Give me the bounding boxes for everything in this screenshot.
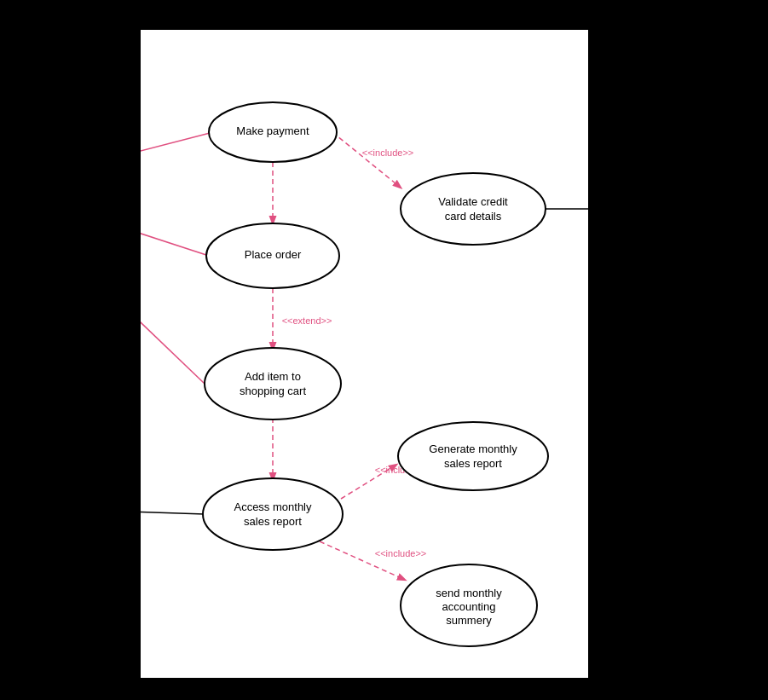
diagram-canvas: <<include>> <<extend>> <<include>> <<inc…	[141, 30, 588, 678]
actor-line-2	[141, 188, 209, 256]
generate-report-ellipse	[398, 422, 548, 490]
make-payment-label: Make payment	[236, 124, 309, 137]
stereotype-extend1: <<extend>>	[282, 315, 332, 326]
send-summary-label2: accounting	[442, 600, 496, 613]
generate-report-label2: sales report	[444, 457, 502, 470]
arrow-make-to-validate	[332, 132, 401, 188]
actor-line-4	[141, 507, 205, 514]
actor-line-1	[141, 132, 213, 188]
generate-report-label1: Generate monthly	[429, 443, 517, 455]
stereotype-include1: <<include>>	[362, 148, 414, 158]
validate-credit-label2: card details	[445, 210, 502, 223]
access-report-label2: sales report	[244, 515, 302, 528]
add-item-label1: Add item to	[245, 370, 301, 383]
send-summary-label3: summery	[446, 614, 492, 627]
access-report-label1: Access monthly	[234, 500, 312, 513]
validate-credit-ellipse	[401, 173, 546, 245]
arrow-access-to-send	[320, 541, 405, 580]
actor-line-3	[141, 188, 205, 384]
validate-credit-label1: Validate credit	[438, 195, 508, 208]
add-item-label2: shopping cart	[240, 385, 306, 397]
access-report-ellipse	[203, 478, 343, 550]
stereotype-include3: <<include>>	[375, 548, 427, 558]
add-item-ellipse	[205, 348, 341, 419]
place-order-label: Place order	[245, 248, 302, 261]
send-summary-label1: send monthly	[436, 587, 502, 599]
